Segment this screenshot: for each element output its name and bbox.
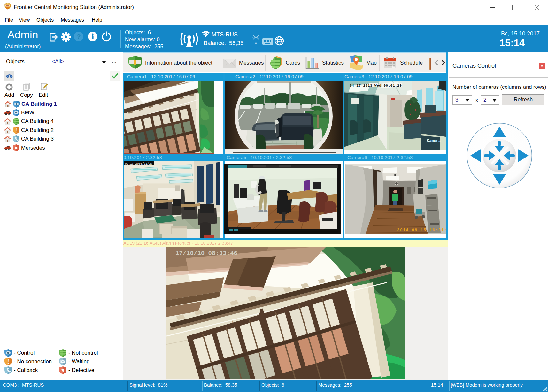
- svg-text:www: www: [275, 40, 283, 43]
- svg-text:09.13 2008/11/27: 09.13 2008/11/27: [125, 162, 152, 165]
- svg-text:Camera: Camera: [427, 139, 441, 143]
- svg-text:17/10/10 08:33:46: 17/10/10 08:33:46: [175, 250, 237, 257]
- svg-text:04-17-2013 Wed 00:01:29: 04-17-2013 Wed 00:01:29: [350, 84, 402, 88]
- svg-text:2014.09.15 16:31:5: 2014.09.15 16:31:5: [397, 228, 446, 233]
- svg-text:?: ?: [76, 33, 81, 41]
